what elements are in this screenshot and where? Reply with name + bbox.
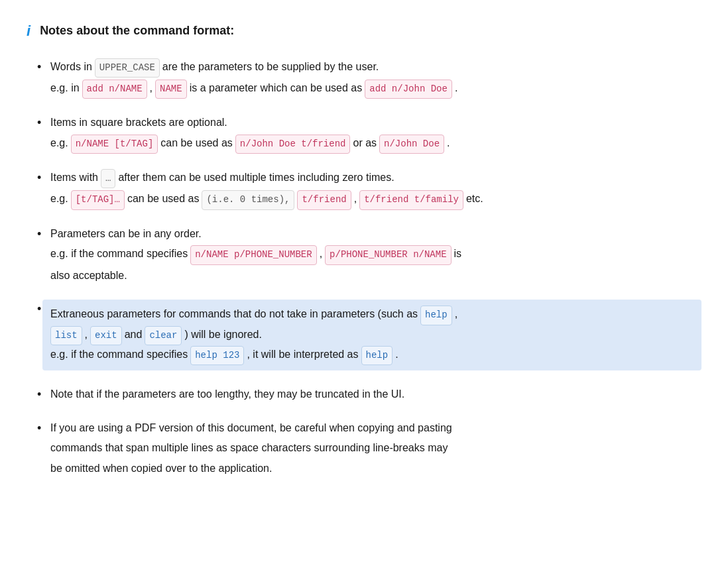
- highlighted-block: Extraneous parameters for commands that …: [42, 300, 701, 370]
- text-line: Note that if the parameters are too leng…: [50, 385, 701, 404]
- text-content: .: [455, 79, 457, 98]
- list-item: Parameters can be in any order.e.g. if t…: [50, 225, 701, 286]
- text-content: .: [395, 345, 398, 365]
- text-content: ,: [455, 305, 457, 324]
- code-snippet: (i.e. 0 times),: [202, 190, 294, 209]
- text-content: or as: [353, 134, 377, 153]
- code-snippet: UPPER_CASE: [95, 58, 160, 78]
- text-content: also acceptable.: [50, 266, 127, 286]
- code-snippet: exit: [90, 326, 122, 345]
- text-line: be omitted when copied over to the appli…: [50, 459, 701, 478]
- code-snippet: help 123: [190, 346, 244, 365]
- text-content: Parameters can be in any order.: [50, 225, 202, 244]
- text-content: etc.: [466, 190, 483, 209]
- code-snippet: [t/TAG]…: [71, 190, 125, 209]
- text-content: Note that if the parameters are too leng…: [50, 385, 404, 404]
- text-content: are the parameters to be supplied by the…: [162, 58, 379, 77]
- text-content: can be used as: [160, 134, 233, 153]
- text-content: Words in: [50, 58, 92, 77]
- text-content: is a parameter which can be used as: [190, 79, 363, 98]
- code-snippet: n/NAME [t/TAG]: [71, 135, 158, 154]
- code-snippet: add n/John Doe: [365, 80, 452, 99]
- text-content: Extraneous parameters for commands that …: [50, 305, 418, 324]
- text-line: If you are using a PDF version of this d…: [50, 419, 701, 438]
- text-line: Parameters can be in any order.: [50, 225, 701, 244]
- code-snippet: n/John Doe: [379, 135, 444, 154]
- text-line: Items in square brackets are optional.: [50, 113, 701, 133]
- text-line: e.g. in add n/NAME,NAME is a parameter w…: [50, 79, 701, 99]
- text-content: .: [447, 134, 450, 153]
- text-content: be omitted when copied over to the appli…: [50, 459, 272, 478]
- text-content: commands that span multiple lines as spa…: [50, 439, 448, 458]
- header-section: i Notes about the command format:: [27, 21, 701, 42]
- text-line: e.g. if the command specifies n/NAME p/P…: [50, 245, 701, 264]
- text-content: If you are using a PDF version of this d…: [50, 419, 452, 438]
- code-snippet: …: [101, 169, 115, 188]
- section-title: Notes about the command format:: [40, 21, 234, 40]
- text-content: , it will be interpreted as: [247, 345, 358, 365]
- text-line: e.g. n/NAME [t/TAG] can be used as n/Joh…: [50, 134, 701, 154]
- text-content: ,: [150, 79, 152, 98]
- code-snippet: help: [361, 346, 393, 365]
- text-content: e.g. if the command specifies: [50, 345, 188, 365]
- text-content: ,: [320, 245, 322, 264]
- text-content: e.g. if the command specifies: [50, 245, 188, 264]
- list-item: Words in UPPER_CASE are the parameters t…: [50, 58, 701, 99]
- text-content: and: [125, 325, 143, 345]
- text-content: can be used as: [127, 190, 200, 209]
- text-content: is: [454, 245, 462, 264]
- list-item: Extraneous parameters for commands that …: [50, 300, 701, 370]
- list-item: Items with … after them can be used mult…: [50, 168, 701, 209]
- text-content: ,: [85, 325, 88, 345]
- text-content: e.g.: [50, 190, 68, 209]
- code-snippet: clear: [145, 326, 182, 345]
- code-snippet: list: [50, 326, 82, 345]
- text-content: Items with: [50, 168, 98, 188]
- code-snippet: NAME: [155, 80, 187, 99]
- text-line: Items with … after them can be used mult…: [50, 168, 701, 188]
- text-content: ) will be ignored.: [184, 325, 262, 345]
- code-snippet: add n/NAME: [82, 80, 147, 99]
- text-line: commands that span multiple lines as spa…: [50, 439, 701, 458]
- text-line: also acceptable.: [50, 266, 701, 286]
- code-snippet: n/John Doe t/friend: [235, 135, 351, 154]
- code-snippet: p/PHONE_NUMBER n/NAME: [325, 245, 451, 264]
- text-line: Words in UPPER_CASE are the parameters t…: [50, 58, 701, 78]
- highlighted-line: e.g. if the command specifies help 123, …: [50, 345, 694, 365]
- highlighted-line: Extraneous parameters for commands that …: [50, 305, 694, 325]
- info-icon: i: [27, 21, 30, 42]
- code-snippet: t/friend t/family: [359, 190, 463, 209]
- text-content: after them can be used multiple times in…: [118, 168, 394, 188]
- text-content: Items in square brackets are optional.: [50, 113, 227, 133]
- text-content: e.g.: [50, 134, 68, 153]
- content-area: Words in UPPER_CASE are the parameters t…: [27, 58, 701, 478]
- list-item: Note that if the parameters are too leng…: [50, 385, 701, 404]
- list-item: If you are using a PDF version of this d…: [50, 419, 701, 478]
- text-line: e.g. [t/TAG]… can be used as (i.e. 0 tim…: [50, 190, 701, 209]
- text-content: ,: [354, 190, 357, 209]
- bullet-list: Words in UPPER_CASE are the parameters t…: [50, 58, 701, 478]
- list-item: Items in square brackets are optional.e.…: [50, 113, 701, 154]
- text-content: e.g. in: [50, 79, 80, 98]
- highlighted-line: list,exitandclear) will be ignored.: [50, 325, 694, 345]
- code-snippet: t/friend: [297, 190, 351, 209]
- code-snippet: help: [420, 306, 452, 325]
- code-snippet: n/NAME p/PHONE_NUMBER: [190, 245, 316, 264]
